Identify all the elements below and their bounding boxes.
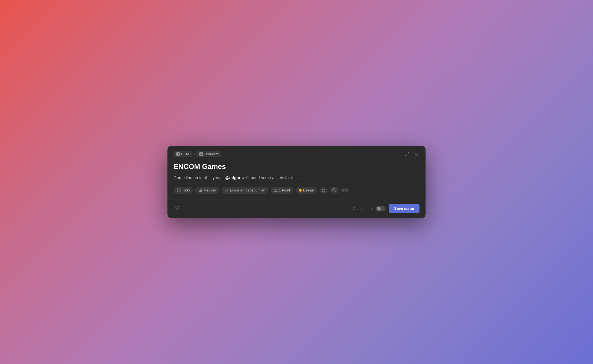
assignee-label: Edgar Ambartsoumian (230, 188, 265, 192)
breadcrumb-project[interactable]: ECM (174, 151, 192, 157)
label-tag[interactable]: Design (296, 187, 317, 194)
save-button[interactable]: Save issue (389, 204, 419, 213)
breadcrumb-template[interactable]: Template (197, 151, 222, 157)
svg-rect-7 (200, 190, 201, 192)
svg-rect-11 (324, 189, 325, 190)
svg-rect-0 (177, 153, 180, 156)
grid-button[interactable] (320, 187, 328, 194)
bar-chart-icon (198, 188, 202, 192)
svg-rect-13 (324, 191, 325, 192)
svg-point-9 (226, 189, 227, 190)
svg-rect-2 (177, 154, 179, 155)
mention: @edgar (225, 175, 240, 180)
assignee-tag[interactable]: Edgar Ambartsoumian (222, 187, 268, 194)
circle-icon (177, 188, 181, 192)
modal-footer: Create more Save issue (167, 202, 426, 218)
create-more-label: Create more (353, 207, 373, 211)
dot-icon (299, 189, 302, 192)
modal-actions (404, 151, 419, 157)
person-icon (225, 188, 228, 192)
priority-tag[interactable]: Medium (195, 187, 219, 194)
divider (167, 199, 426, 199)
breadcrumb: ECM › Template (174, 151, 221, 157)
svg-rect-12 (322, 191, 323, 192)
create-more-toggle[interactable] (376, 206, 385, 211)
svg-point-17 (346, 190, 347, 191)
issue-modal: ECM › Template (167, 146, 426, 218)
modal-header: ECM › Template (167, 146, 426, 161)
status-label: Todo (182, 188, 190, 192)
priority-label: Medium (203, 188, 216, 192)
points-label: 1 Point (279, 188, 290, 192)
issue-description: Game line up for this year – @edgar we'l… (174, 175, 419, 181)
modal-body: ENCOM Games Game line up for this year –… (167, 161, 426, 198)
svg-rect-1 (177, 153, 178, 154)
issue-title[interactable]: ENCOM Games (174, 162, 419, 171)
triangle-icon (274, 188, 278, 192)
breadcrumb-separator: › (194, 152, 195, 156)
svg-rect-6 (199, 190, 200, 192)
svg-rect-3 (200, 153, 203, 156)
close-button[interactable] (413, 151, 419, 157)
grid-icon (322, 188, 326, 192)
expand-button[interactable] (404, 151, 411, 157)
svg-point-15 (343, 190, 344, 191)
description-suffix: we'll need some assets for this (240, 175, 298, 180)
template-label: Template (204, 152, 219, 156)
svg-rect-10 (322, 189, 323, 190)
more-icon (343, 190, 347, 191)
attach-button[interactable] (174, 204, 181, 213)
tags-row: Todo Medium (174, 187, 419, 194)
project-label: ECM (181, 152, 189, 156)
svg-rect-8 (201, 189, 202, 192)
more-button[interactable] (341, 188, 349, 192)
footer-right: Create more Save issue (353, 204, 419, 213)
label-text: Design (303, 188, 314, 192)
points-tag[interactable]: 1 Point (271, 187, 293, 194)
play-button[interactable] (330, 187, 339, 194)
template-icon (199, 152, 203, 156)
description-text: Game line up for this year – (174, 175, 225, 180)
svg-point-16 (345, 190, 346, 191)
project-icon (176, 152, 180, 156)
status-tag[interactable]: Todo (174, 187, 193, 194)
play-icon (332, 188, 336, 192)
